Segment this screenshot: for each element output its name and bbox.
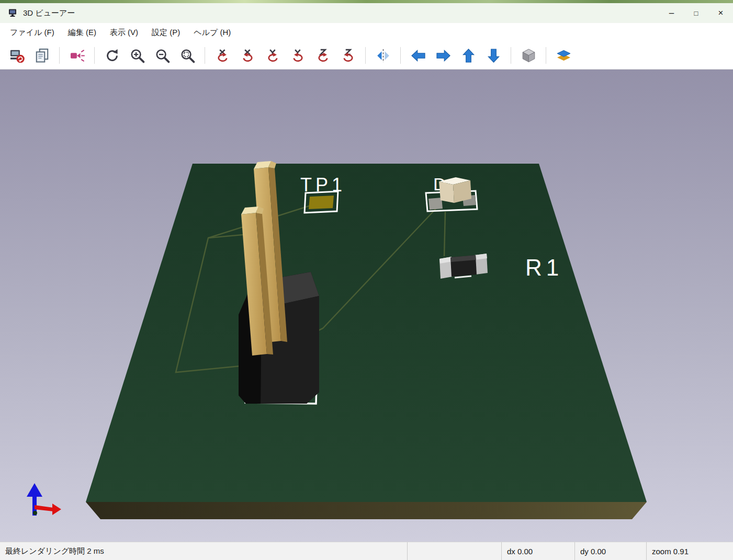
zoom-out-icon — [154, 48, 171, 64]
menu-edit[interactable]: 編集 (E) — [61, 24, 103, 41]
arrow-right-icon — [435, 48, 452, 64]
orthographic-projection-button[interactable] — [516, 44, 541, 67]
rotate-z-ccw-button[interactable] — [310, 44, 335, 67]
zoom-in-button[interactable] — [125, 44, 150, 67]
3d-scene: TP1 D — [0, 70, 733, 542]
rotate-y-cw-button[interactable] — [285, 44, 310, 67]
axis-origin — [33, 511, 37, 515]
cube-icon — [521, 48, 537, 64]
status-bar: 最終レンダリング時間 2 ms dx 0.00 dy 0.00 zoom 0.9… — [0, 542, 733, 560]
menu-bar: ファイル (F) 編集 (E) 表示 (V) 設定 (P) ヘルプ (H) — [0, 23, 733, 42]
raytracing-render-button[interactable] — [64, 44, 89, 67]
status-cell-empty — [407, 542, 501, 560]
zoom-in-icon — [129, 48, 145, 64]
rotate-z-cw-icon — [340, 48, 356, 64]
layers-icon — [556, 48, 572, 64]
toolbar — [0, 42, 733, 70]
tp1-gold-pad — [309, 196, 334, 209]
status-dx: dx 0.00 — [501, 542, 574, 560]
rotate-z-ccw-icon — [315, 48, 331, 64]
3d-viewport[interactable]: TP1 D — [0, 70, 733, 542]
copy-image-button[interactable] — [29, 44, 54, 67]
maximize-button[interactable]: □ — [684, 3, 708, 23]
app-icon — [7, 8, 18, 18]
rotate-y-ccw-button[interactable] — [260, 44, 285, 67]
menu-preferences[interactable]: 設定 (P) — [145, 24, 187, 41]
move-up-button[interactable] — [456, 44, 481, 67]
zoom-to-fit-button[interactable] — [175, 44, 200, 67]
move-right-button[interactable] — [431, 44, 456, 67]
window-title: 3D ビューアー — [23, 8, 75, 18]
toolbar-separator — [511, 47, 511, 64]
rotate-y-cw-icon — [290, 48, 306, 64]
menu-file[interactable]: ファイル (F) — [3, 24, 61, 41]
close-button[interactable]: × — [708, 3, 733, 23]
flip-board-icon — [375, 48, 391, 64]
toolbar-separator — [546, 47, 546, 64]
menu-help[interactable]: ヘルプ (H) — [187, 24, 238, 41]
zoom-out-button[interactable] — [150, 44, 175, 67]
rotate-x-cw-icon — [240, 48, 256, 64]
minimize-button[interactable]: – — [659, 3, 684, 23]
tp1-label: TP1 — [300, 174, 346, 196]
flip-board-button[interactable] — [370, 44, 396, 67]
rotate-y-ccw-icon — [265, 48, 281, 64]
zoom-fit-icon — [179, 48, 196, 64]
window-controls: – □ × — [659, 3, 733, 23]
r1-label: R1 — [525, 255, 563, 280]
status-dy: dy 0.00 — [574, 542, 646, 560]
rotate-x-ccw-icon — [215, 48, 231, 64]
status-render-time: 最終レンダリング時間 2 ms — [0, 542, 407, 560]
status-zoom: zoom 0.91 — [646, 542, 733, 560]
move-left-button[interactable] — [405, 44, 431, 67]
toolbar-separator — [59, 47, 60, 64]
move-down-button[interactable] — [481, 44, 506, 67]
toolbar-separator — [94, 47, 95, 64]
reload-board-icon — [9, 48, 25, 64]
toolbar-separator — [205, 47, 205, 64]
redraw-button[interactable] — [99, 44, 125, 67]
arrow-up-icon — [460, 48, 477, 64]
raytracing-camera-icon — [69, 48, 85, 64]
arrow-left-icon — [410, 48, 426, 64]
show-board-layers-button[interactable] — [551, 44, 576, 67]
title-bar[interactable]: 3D ビューアー – □ × — [0, 3, 733, 23]
rotate-z-cw-button[interactable] — [335, 44, 360, 67]
arrow-down-icon — [486, 48, 502, 64]
rotate-x-cw-button[interactable] — [235, 44, 260, 67]
reload-board-button[interactable] — [4, 44, 29, 67]
refresh-icon — [104, 48, 120, 64]
toolbar-separator — [400, 47, 401, 64]
3d-viewer-window: 3D ビューアー – □ × ファイル (F) 編集 (E) 表示 (V) 設定… — [0, 0, 733, 560]
rotate-x-ccw-button[interactable] — [210, 44, 235, 67]
menu-view[interactable]: 表示 (V) — [103, 24, 145, 41]
toolbar-separator — [365, 47, 366, 64]
copy-icon — [34, 48, 50, 64]
